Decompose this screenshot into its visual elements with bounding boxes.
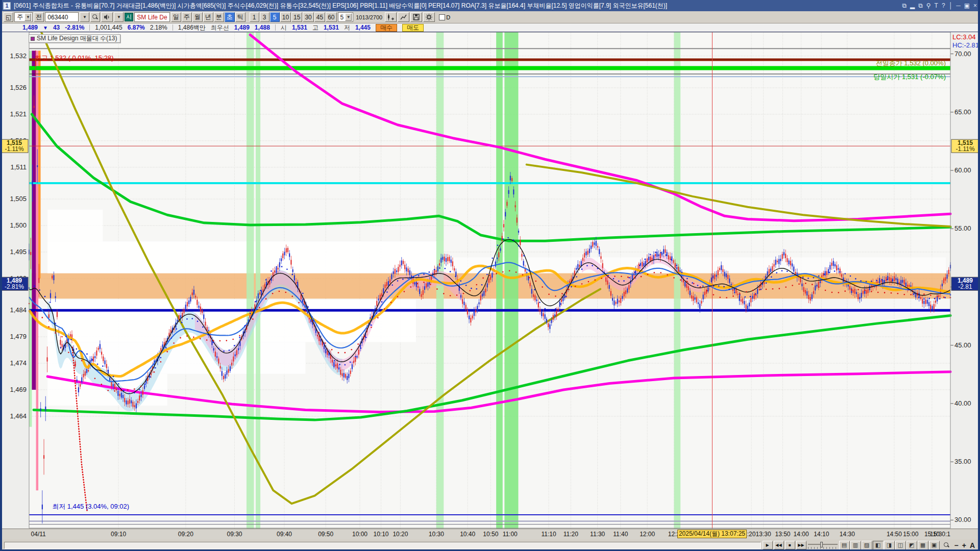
hc-value: HC:-2.81 — [952, 41, 979, 49]
interval-button-45[interactable]: 45 — [314, 12, 325, 22]
indicator-color-square — [31, 37, 35, 41]
trendline-button[interactable] — [398, 12, 409, 22]
alert-price-badge-right: 1,515-1.11% — [951, 139, 979, 153]
bar-counter: 1013/2700 — [354, 14, 384, 20]
minimize-icon[interactable]: ─ — [956, 2, 961, 9]
period-button-초[interactable]: 초 — [225, 12, 235, 22]
line-style-icon[interactable]: ◩ — [906, 541, 917, 550]
chart-area[interactable]: SM Life Design 매물대 수(13) 최고 1,532 ( 0.01… — [0, 32, 980, 529]
chart-scrollbar[interactable] — [4, 542, 761, 549]
search-icon[interactable] — [90, 12, 100, 22]
help-icon[interactable]: ? — [942, 2, 945, 9]
candle-style-icon[interactable]: ◫ — [895, 541, 906, 550]
bar-style-icon[interactable]: ◨ — [884, 541, 895, 550]
price-label-1,500: 1,500 — [10, 221, 27, 229]
scale-label-45.00: 45.00 — [954, 341, 971, 349]
period-button-일[interactable]: 일 — [171, 12, 181, 22]
period-button-주[interactable]: 주 — [182, 12, 192, 22]
sound-icon[interactable] — [101, 12, 113, 22]
code-dropdown-icon[interactable]: ▼ — [80, 12, 89, 22]
period-button-월[interactable]: 월 — [192, 12, 203, 22]
time-axis[interactable]: 04/1109:1009:2009:3009:4009:5010:0010:10… — [0, 529, 980, 539]
pin-icon[interactable]: ⚲ — [926, 2, 931, 9]
grid-add-icon[interactable]: ▤ — [839, 541, 850, 550]
time-tick-1130: 11:30 — [590, 531, 605, 538]
time-tick-1020: 10:20 — [393, 531, 408, 538]
speed-slider[interactable] — [808, 542, 838, 549]
prev-stock-button[interactable]: 전 — [34, 12, 44, 22]
time-tick-1350: 13:50 — [775, 531, 790, 538]
play-button[interactable]: ▶ — [763, 541, 773, 549]
settings-button[interactable] — [423, 12, 435, 22]
stock-name-field[interactable]: SM Life De — [134, 12, 169, 22]
candle-add-button[interactable] — [385, 12, 397, 22]
forward-button[interactable]: ▶▶ — [796, 541, 806, 549]
price-change-pct: -2.81% — [65, 24, 84, 31]
time-tick-20: :20 — [747, 531, 756, 538]
maximize-icon[interactable]: ▣ — [964, 2, 970, 9]
period-button-년[interactable]: 년 — [203, 12, 213, 22]
save-button[interactable] — [410, 12, 422, 22]
interval-button-10[interactable]: 10 — [280, 12, 291, 22]
region-select-icon[interactable]: ▨ — [862, 541, 872, 550]
playback-group: ▶◀◀■▶▶ — [763, 541, 806, 549]
d-checkbox[interactable] — [439, 14, 445, 20]
sell-button[interactable]: 매도 — [402, 24, 424, 32]
rewind-button[interactable]: ◀◀ — [774, 541, 784, 549]
low-label: 저 — [344, 23, 350, 32]
stop-button[interactable]: ■ — [785, 541, 795, 549]
turnover-pct: 2.18% — [150, 24, 167, 31]
time-tick-1410: 14:10 — [814, 531, 829, 538]
indicator-chip-label: SM Life Design 매물대 수(13) — [37, 34, 117, 43]
gear-icon — [425, 13, 433, 21]
window-select-icon[interactable]: ◱ — [4, 12, 13, 22]
minimize-strip-icon[interactable]: ▂ — [910, 2, 915, 9]
annotation: 전일종가 1,532 (0.00%) — [876, 59, 946, 67]
time-tick-1030: 10:30 — [429, 531, 444, 538]
interval-button-3[interactable]: 3 — [260, 12, 270, 22]
save-icon — [412, 13, 420, 21]
slider-thumb[interactable] — [820, 542, 823, 547]
scale-label-40.00: 40.00 — [954, 399, 971, 407]
zoom-search-button[interactable] — [941, 541, 952, 550]
high-label: 고 — [312, 23, 318, 32]
time-tick-1500: 15:00 — [903, 531, 918, 538]
tick-count-combo[interactable]: 5 ▼ — [338, 12, 354, 22]
zoom-out-button[interactable]: − — [953, 541, 960, 549]
indicator-chip[interactable]: SM Life Design 매물대 수(13) — [29, 34, 120, 43]
alert-price-badge-left: 1,515-1.11% — [1, 139, 28, 153]
font-tool-button[interactable]: A — [969, 541, 976, 549]
cascade-chart-icon[interactable]: ▥ — [850, 541, 861, 550]
chevron-down-icon[interactable]: ▼ — [24, 13, 31, 21]
main-chart[interactable]: 최고 1,532 ( 0.01%, 15:28)전일종가 1,532 (0.00… — [0, 32, 980, 529]
zoom-in-button[interactable]: + — [961, 541, 967, 549]
interval-button-30[interactable]: 30 — [303, 12, 313, 22]
chart-frame-icon[interactable]: ▣ — [929, 541, 940, 550]
period-combo[interactable]: 주 ▼ — [14, 12, 33, 22]
price-label-1,505: 1,505 — [10, 195, 27, 203]
buy-button[interactable]: 매수 — [376, 24, 397, 32]
bar-style-left-icon[interactable]: ◧ — [873, 541, 884, 550]
interval-button-1[interactable]: 1 — [250, 12, 259, 22]
interval-button-15[interactable]: 15 — [291, 12, 302, 22]
text-tool-icon[interactable]: T — [935, 2, 938, 9]
best-ask: 1,489 — [234, 24, 250, 31]
stock-code-input[interactable]: 063440 — [45, 12, 79, 22]
period-button-틱[interactable]: 틱 — [235, 12, 246, 22]
high-price: 1,531 — [324, 24, 339, 31]
close-icon[interactable]: × — [973, 2, 977, 9]
period-combo-value: 주 — [17, 13, 23, 21]
current-price-badge-right: 1,489-2.81 — [951, 277, 979, 290]
volume-chart-icon[interactable]: ▦ — [918, 541, 928, 550]
window-controls: ⧉▂⧉⚲T?│─▣× — [902, 2, 977, 9]
sound-dropdown-icon[interactable]: ▼ — [114, 12, 124, 22]
period-button-분[interactable]: 분 — [214, 12, 224, 22]
cascade-icon[interactable]: ⧉ — [902, 2, 906, 9]
time-tick-1010: 10:10 — [373, 531, 388, 538]
current-price-badge-left: 1,489-2.81% — [1, 277, 28, 290]
interval-button-5[interactable]: 5 — [270, 12, 280, 22]
interval-button-60[interactable]: 60 — [326, 12, 336, 22]
duplicate-window-icon[interactable]: ⧉ — [918, 2, 923, 9]
price-label-1,479: 1,479 — [10, 333, 27, 340]
chevron-down-icon[interactable]: ▼ — [345, 13, 352, 21]
